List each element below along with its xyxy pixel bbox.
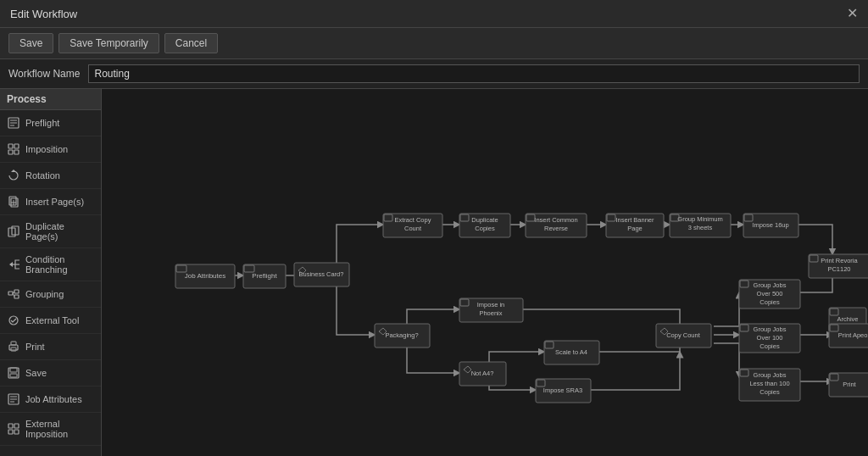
save-temporarily-button[interactable]: Save Temporarily bbox=[58, 33, 159, 53]
node-group-less-100[interactable]: Group Jobs Less than 100 Copies bbox=[739, 369, 800, 401]
sidebar-item-job-attributes[interactable]: Job Attributes bbox=[0, 386, 101, 413]
svg-text:Count: Count bbox=[404, 225, 422, 232]
toolbar: Save Save Temporarily Cancel bbox=[0, 28, 868, 59]
svg-text:Reverse: Reverse bbox=[544, 225, 568, 232]
node-duplicate-copies[interactable]: Duplicate Copies bbox=[459, 214, 510, 237]
sidebar: Process Preflight Imposition Rotation In… bbox=[0, 89, 102, 456]
svg-text:Insert Banner: Insert Banner bbox=[615, 216, 654, 224]
svg-rect-3 bbox=[8, 150, 13, 154]
svg-rect-2 bbox=[14, 144, 19, 148]
svg-text:Print Revoria: Print Revoria bbox=[821, 257, 858, 264]
svg-text:Copy Count: Copy Count bbox=[666, 331, 701, 339]
svg-text:3 sheets: 3 sheets bbox=[688, 224, 713, 231]
sidebar-label-save: Save bbox=[25, 368, 47, 378]
sidebar-item-external-imposition[interactable]: External Imposition bbox=[0, 413, 101, 446]
condition-branching-icon bbox=[7, 258, 20, 271]
svg-rect-4 bbox=[14, 150, 19, 154]
node-extract-copy-count[interactable]: Extract Copy Count bbox=[383, 214, 442, 237]
print-icon bbox=[7, 340, 20, 353]
sidebar-label-external-tool: External Tool bbox=[25, 315, 79, 325]
sidebar-label-external-imposition: External Imposition bbox=[25, 419, 94, 439]
svg-text:Scale to A4: Scale to A4 bbox=[555, 348, 587, 356]
sidebar-label-print: Print bbox=[25, 342, 45, 352]
sidebar-item-condition-branching[interactable]: Condition Branching bbox=[0, 248, 101, 281]
node-not-a4[interactable]: Not A4? bbox=[459, 362, 506, 386]
sidebar-item-duplicate-pages[interactable]: Duplicate Page(s) bbox=[0, 215, 101, 248]
sidebar-item-grouping[interactable]: Grouping bbox=[0, 281, 101, 308]
sidebar-item-save[interactable]: Save bbox=[0, 360, 101, 386]
svg-text:Less than 100: Less than 100 bbox=[749, 380, 789, 387]
svg-text:Preflight: Preflight bbox=[252, 272, 277, 280]
node-preflight[interactable]: Preflight bbox=[243, 264, 286, 288]
grouping-icon bbox=[7, 287, 20, 301]
svg-rect-24 bbox=[14, 430, 19, 434]
sidebar-label-imposition: Imposition bbox=[25, 144, 68, 154]
svg-rect-11 bbox=[14, 290, 19, 293]
node-job-attributes[interactable]: Job Attributes bbox=[175, 264, 235, 288]
sidebar-label-duplicate-pages: Duplicate Page(s) bbox=[25, 221, 94, 242]
close-button[interactable]: ✕ bbox=[847, 7, 858, 20]
svg-text:PC1120: PC1120 bbox=[827, 265, 850, 273]
save-icon bbox=[7, 366, 20, 380]
svg-rect-12 bbox=[14, 295, 19, 298]
workflow-name-input[interactable] bbox=[88, 64, 860, 83]
node-print-apeos[interactable]: Print Apeos bbox=[829, 324, 868, 348]
external-tool-icon bbox=[7, 314, 20, 327]
svg-rect-19 bbox=[10, 374, 17, 377]
svg-text:Phoenix: Phoenix bbox=[479, 309, 502, 317]
sidebar-item-imposition[interactable]: Imposition bbox=[0, 136, 101, 163]
node-insert-common-reverse[interactable]: Insert Common Reverse bbox=[526, 214, 587, 237]
imposition-icon bbox=[7, 142, 20, 156]
node-print-revoria[interactable]: Print Revoria PC1120 bbox=[809, 254, 868, 278]
svg-rect-21 bbox=[8, 424, 13, 428]
preflight-icon bbox=[7, 116, 20, 130]
svg-text:Group Jobs: Group Jobs bbox=[754, 371, 787, 379]
svg-text:Group Minimum: Group Minimum bbox=[677, 215, 722, 223]
svg-text:Packaging?: Packaging? bbox=[385, 331, 418, 339]
cancel-button[interactable]: Cancel bbox=[164, 33, 218, 53]
node-copy-count[interactable]: Copy Count bbox=[656, 324, 711, 348]
duplicate-pages-icon bbox=[7, 225, 20, 238]
svg-text:Over 100: Over 100 bbox=[757, 334, 783, 342]
node-impose-sra3[interactable]: Impose SRA3 bbox=[536, 379, 591, 403]
sidebar-section-header: Process bbox=[0, 89, 101, 110]
svg-text:Archive: Archive bbox=[837, 315, 858, 323]
workflow-name-row: Workflow Name bbox=[0, 59, 868, 89]
svg-text:Impose 16up: Impose 16up bbox=[752, 221, 788, 229]
svg-rect-10 bbox=[8, 292, 13, 295]
node-packaging[interactable]: Packaging? bbox=[375, 324, 430, 348]
main-area: Process Preflight Imposition Rotation In… bbox=[0, 89, 868, 456]
svg-text:Group Jobs: Group Jobs bbox=[754, 281, 787, 289]
svg-rect-22 bbox=[14, 424, 19, 428]
sidebar-item-preflight[interactable]: Preflight bbox=[0, 110, 101, 136]
svg-text:Copies: Copies bbox=[475, 225, 495, 232]
svg-rect-15 bbox=[11, 342, 16, 345]
sidebar-label-insert-pages: Insert Page(s) bbox=[25, 197, 84, 207]
svg-text:Insert Common: Insert Common bbox=[534, 216, 577, 224]
sidebar-item-print[interactable]: Print bbox=[0, 334, 101, 360]
svg-text:Print: Print bbox=[843, 381, 856, 388]
workflow-diagram: Job Attributes Preflight Business Card? … bbox=[102, 89, 868, 456]
node-group-minimum-3[interactable]: Group Minimum 3 sheets bbox=[670, 214, 731, 237]
svg-marker-5 bbox=[11, 170, 16, 172]
node-business-card[interactable]: Business Card? bbox=[294, 263, 349, 286]
title-bar: Edit Workflow ✕ bbox=[0, 0, 868, 28]
sidebar-item-rotation[interactable]: Rotation bbox=[0, 163, 101, 189]
sidebar-item-external-tool[interactable]: External Tool bbox=[0, 308, 101, 334]
sidebar-item-insert-pages[interactable]: Insert Page(s) bbox=[0, 189, 101, 215]
svg-rect-1 bbox=[8, 144, 13, 148]
svg-text:Page: Page bbox=[627, 225, 643, 232]
node-group-over-100[interactable]: Group Jobs Over 100 Copies bbox=[739, 324, 800, 353]
svg-text:Group Jobs: Group Jobs bbox=[754, 325, 787, 333]
node-insert-banner-page[interactable]: Insert Banner Page bbox=[606, 214, 664, 237]
node-group-over-500[interactable]: Group Jobs Over 500 Copies bbox=[739, 280, 800, 309]
svg-point-13 bbox=[9, 316, 18, 325]
workflow-name-label: Workflow Name bbox=[8, 68, 80, 80]
svg-rect-18 bbox=[10, 368, 17, 372]
node-print-bottom[interactable]: Print bbox=[829, 373, 868, 397]
save-button[interactable]: Save bbox=[8, 33, 53, 53]
node-impose-16up[interactable]: Impose 16up bbox=[743, 214, 798, 237]
dialog-title: Edit Workflow bbox=[10, 8, 77, 20]
node-impose-phoenix[interactable]: Impose in Phoenix bbox=[459, 298, 523, 322]
node-scale-a4[interactable]: Scale to A4 bbox=[544, 341, 599, 364]
